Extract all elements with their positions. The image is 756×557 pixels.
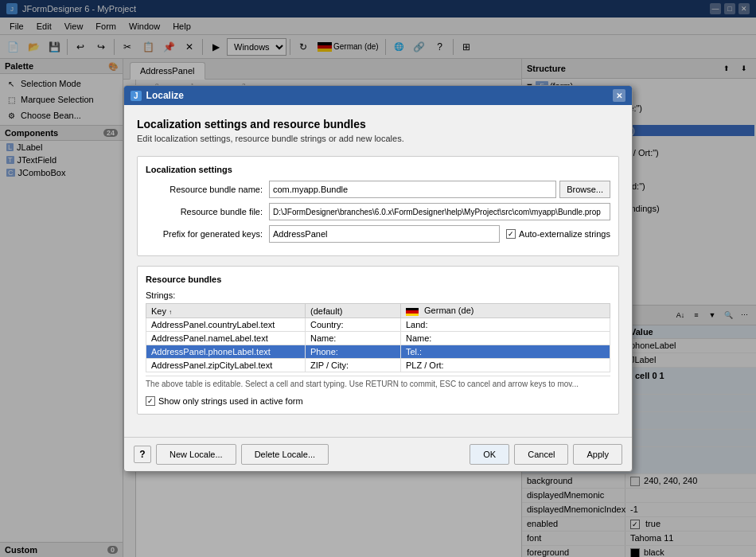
bundle-file-input[interactable] bbox=[269, 203, 610, 220]
dialog-icon: J bbox=[131, 91, 142, 101]
localization-settings-title: Localization settings bbox=[146, 165, 610, 174]
strings-table: Key ↑ (default) German (de) AddressPanel… bbox=[146, 303, 610, 372]
dialog-main-title: Localization settings and resource bundl… bbox=[137, 118, 619, 130]
dialog-overlay: J Localize ✕ Localization settings and r… bbox=[0, 0, 756, 557]
bundle-file-label: Resource bundle file: bbox=[146, 207, 269, 216]
info-text: The above table is editable. Select a ce… bbox=[146, 376, 610, 391]
dialog-footer-left: ? New Locale... Delete Locale... bbox=[134, 444, 329, 465]
dialog-body: Localization settings and resource bundl… bbox=[124, 105, 632, 436]
show-only-active-checkbox[interactable] bbox=[146, 396, 155, 406]
bundle-name-label: Resource bundle name: bbox=[146, 185, 269, 194]
default-col-header[interactable]: (default) bbox=[306, 304, 401, 317]
sort-arrow: ↑ bbox=[169, 309, 172, 316]
bundle-name-input[interactable] bbox=[269, 181, 556, 198]
localization-settings-section: Localization settings Resource bundle na… bbox=[137, 156, 619, 256]
zip-default-cell[interactable]: ZIP / City: bbox=[306, 358, 401, 372]
prefix-input[interactable] bbox=[269, 225, 500, 243]
dialog-title-left: J Localize bbox=[131, 90, 184, 101]
zip-key-cell[interactable]: AddressPanel.zipCityLabel.text bbox=[146, 358, 306, 372]
table-row: AddressPanel.zipCityLabel.text ZIP / Cit… bbox=[146, 358, 610, 372]
zip-german-cell[interactable]: PLZ / Ort: bbox=[401, 358, 610, 372]
delete-locale-button[interactable]: Delete Locale... bbox=[241, 444, 329, 465]
table-row: AddressPanel.nameLabel.text Name: Name: bbox=[146, 331, 610, 345]
german-col-header[interactable]: German (de) bbox=[401, 304, 610, 317]
country-default-cell[interactable]: Country: bbox=[306, 317, 401, 331]
show-only-active-label: Show only strings used in active form bbox=[158, 396, 303, 406]
bundle-file-row: Resource bundle file: bbox=[146, 203, 610, 220]
browse-button[interactable]: Browse... bbox=[559, 181, 610, 198]
bundle-name-row: Resource bundle name: Browse... bbox=[146, 181, 610, 198]
apply-button[interactable]: Apply bbox=[573, 444, 622, 465]
dialog-close-button[interactable]: ✕ bbox=[613, 89, 625, 102]
name-key-cell[interactable]: AddressPanel.nameLabel.text bbox=[146, 331, 306, 345]
country-german-cell[interactable]: Land: bbox=[401, 317, 610, 331]
auto-externalize-row: Auto-externalize strings bbox=[506, 229, 610, 239]
prefix-row: Prefix for generated keys: Auto-external… bbox=[146, 225, 610, 243]
resource-bundles-title: Resource bundles bbox=[146, 275, 610, 284]
prefix-label: Prefix for generated keys: bbox=[146, 229, 269, 239]
dialog-subtitle: Edit localization settings, resource bun… bbox=[137, 134, 619, 143]
ok-button[interactable]: OK bbox=[470, 444, 509, 465]
key-col-header[interactable]: Key ↑ bbox=[146, 304, 306, 317]
german-flag-col-icon bbox=[406, 308, 419, 316]
dialog-footer: ? New Locale... Delete Locale... OK Canc… bbox=[124, 437, 632, 471]
phone-german-cell[interactable]: Tel.: bbox=[401, 345, 610, 358]
dialog-footer-right: OK Cancel Apply bbox=[470, 444, 622, 465]
dialog-title-bar: J Localize ✕ bbox=[124, 86, 632, 105]
dialog-title-label: Localize bbox=[146, 90, 184, 101]
strings-label: Strings: bbox=[146, 290, 610, 300]
resource-bundles-section: Resource bundles Strings: Key ↑ (default… bbox=[137, 266, 619, 414]
new-locale-button[interactable]: New Locale... bbox=[156, 444, 236, 465]
table-header-row: Key ↑ (default) German (de) bbox=[146, 304, 610, 317]
cancel-button[interactable]: Cancel bbox=[514, 444, 568, 465]
country-key-cell[interactable]: AddressPanel.countryLabel.text bbox=[146, 317, 306, 331]
auto-externalize-checkbox[interactable] bbox=[506, 229, 516, 239]
phone-key-cell[interactable]: AddressPanel.phoneLabel.text bbox=[146, 345, 306, 358]
auto-externalize-label: Auto-externalize strings bbox=[519, 229, 610, 239]
phone-default-cell[interactable]: Phone: bbox=[306, 345, 401, 358]
help-button[interactable]: ? bbox=[134, 446, 151, 463]
localize-dialog: J Localize ✕ Localization settings and r… bbox=[123, 85, 633, 471]
table-row: AddressPanel.countryLabel.text Country: … bbox=[146, 317, 610, 331]
table-row-selected: AddressPanel.phoneLabel.text Phone: Tel.… bbox=[146, 345, 610, 358]
show-only-active-row: Show only strings used in active form bbox=[146, 396, 610, 406]
name-default-cell[interactable]: Name: bbox=[306, 331, 401, 345]
name-german-cell[interactable]: Name: bbox=[401, 331, 610, 345]
